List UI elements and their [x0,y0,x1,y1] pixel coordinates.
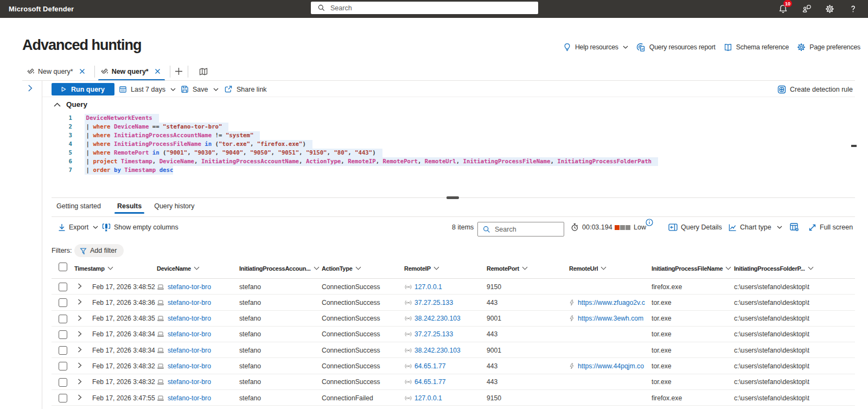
row-checkbox[interactable] [59,298,67,307]
remote-url-link[interactable]: https://www.zfuago2v.c [578,299,645,306]
remote-ip-link[interactable]: 38.242.230.103 [414,347,461,354]
column-header-3[interactable]: ActionType [322,260,361,279]
show-empty-columns-button[interactable]: Show empty columns [102,221,178,233]
code-line-5[interactable]: 5| where RemotePort in ("9001", "9030", … [0,149,868,157]
remote-ip-link[interactable]: 64.65.1.77 [414,378,446,386]
header-action-page-preferences[interactable]: Page preferences [797,43,860,52]
cell-remote-ip[interactable]: 37.27.25.133 [404,295,453,310]
remote-url-link[interactable]: https://www.3ewh.com [578,315,643,322]
column-header-2[interactable]: InitiatingProcessAccoun... [239,260,320,279]
cell-remote-ip[interactable]: 127.0.0.1 [404,279,442,295]
query-section-header[interactable]: Query [54,100,87,108]
cell-device-name[interactable]: stefano-tor-bro [157,279,211,295]
query-tab-1[interactable]: New query* [24,63,91,80]
close-tab-icon[interactable] [155,68,161,74]
row-checkbox[interactable] [59,378,67,387]
device-link[interactable]: stefano-tor-bro [168,347,211,354]
column-header-7[interactable]: InitiatingProcessFileName [652,260,731,279]
add-filter-button[interactable]: Add filter [74,244,124,257]
expand-row-chevron-icon[interactable] [78,310,82,326]
results-search-box[interactable]: Search [477,222,564,237]
device-link[interactable]: stefano-tor-bro [168,394,211,402]
device-link[interactable]: stefano-tor-bro [168,378,211,386]
usage-info-button[interactable] [646,219,653,226]
splitter-handle[interactable] [446,196,459,199]
cell-remote-ip[interactable]: 37.27.25.133 [404,327,453,342]
remote-ip-link[interactable]: 64.65.1.77 [414,362,446,370]
cell-device-name[interactable]: stefano-tor-bro [157,358,211,374]
code-line-1[interactable]: 1DeviceNetworkEvents [0,114,868,123]
cell-device-name[interactable]: stefano-tor-bro [157,390,211,406]
column-header-4[interactable]: RemoteIP [404,260,439,279]
expand-row-chevron-icon[interactable] [78,389,82,405]
code-line-7[interactable]: 7| order by Timestamp desc [0,166,868,175]
table-row-3[interactable]: Feb 17, 2026 3:48:35stefano-tor-brostefa… [0,311,868,327]
row-checkbox[interactable] [59,346,67,355]
run-query-button[interactable]: Run query [52,83,114,95]
header-action-query-resources-report[interactable]: Query resources report [636,43,716,52]
help-button[interactable] [841,0,865,18]
table-row-8[interactable]: Feb 17, 2026 3:47:55stefano-tor-brostefa… [0,390,868,406]
expand-row-chevron-icon[interactable] [78,294,82,310]
cell-device-name[interactable]: stefano-tor-bro [157,295,211,310]
table-row-6[interactable]: Feb 17, 2026 3:48:32stefano-tor-brostefa… [0,358,868,374]
cell-device-name[interactable]: stefano-tor-bro [157,374,211,390]
device-link[interactable]: stefano-tor-bro [168,299,211,306]
expand-row-chevron-icon[interactable] [78,326,82,342]
column-header-1[interactable]: DeviceName [157,260,200,279]
cell-remote-ip[interactable]: 64.65.1.77 [404,374,446,390]
customize-columns-button[interactable] [790,223,799,232]
cell-remote-ip[interactable]: 64.65.1.77 [404,358,446,374]
time-range-dropdown[interactable]: Last 7 days [119,83,176,95]
full-screen-button[interactable]: Full screen [808,221,853,233]
remote-ip-link[interactable]: 127.0.0.1 [414,394,442,402]
row-checkbox[interactable] [59,315,67,323]
header-action-schema-reference[interactable]: Schema reference [724,43,789,52]
row-checkbox[interactable] [59,330,67,339]
remote-ip-link[interactable]: 37.27.25.133 [414,299,453,306]
column-header-8[interactable]: InitiatingProcessFolderP... [734,260,814,279]
cell-device-name[interactable]: stefano-tor-bro [157,342,211,358]
chart-type-dropdown[interactable]: Chart type [728,221,782,233]
cell-remote-ip[interactable]: 127.0.0.1 [404,390,442,406]
device-link[interactable]: stefano-tor-bro [168,330,211,338]
feedback-button[interactable] [795,0,818,18]
global-search-box[interactable]: Search [311,2,538,14]
expand-row-chevron-icon[interactable] [78,357,82,373]
code-line-2[interactable]: 2| where DeviceName == "stefano-tor-bro" [0,123,868,131]
cell-device-name[interactable]: stefano-tor-bro [157,311,211,327]
table-row-4[interactable]: Feb 17, 2026 3:48:34stefano-tor-brostefa… [0,327,868,342]
expand-row-chevron-icon[interactable] [78,374,82,389]
device-link[interactable]: stefano-tor-bro [168,283,211,291]
code-line-4[interactable]: 4| where InitiatingProcessFileName in ("… [0,140,868,149]
expand-pane-button[interactable] [25,82,35,94]
save-dropdown[interactable]: Save [181,83,219,95]
table-row-2[interactable]: Feb 17, 2026 3:48:36stefano-tor-brostefa… [0,295,868,310]
cell-remote-url[interactable]: https://www.3ewh.com [569,311,643,327]
new-tab-button[interactable] [174,64,184,79]
cell-remote-url[interactable]: https://www.44pqjm.co [569,358,644,374]
expand-row-chevron-icon[interactable] [78,278,82,294]
cell-device-name[interactable]: stefano-tor-bro [157,327,211,342]
cell-remote-url[interactable]: https://www.zfuago2v.c [569,295,645,310]
results-tab-getting-started[interactable]: Getting started [56,202,101,214]
code-line-6[interactable]: 6| project Timestamp, DeviceName, Initia… [0,157,868,166]
column-header-6[interactable]: RemoteUrl [569,260,607,279]
row-checkbox[interactable] [59,394,67,402]
device-link[interactable]: stefano-tor-bro [168,362,211,370]
community-queries-button[interactable] [198,64,209,79]
code-line-3[interactable]: 3| where InitiatingProcessAccountName !=… [0,131,868,140]
results-tab-query-history[interactable]: Query history [154,202,194,214]
table-row-7[interactable]: Feb 17, 2026 3:48:32stefano-tor-brostefa… [0,374,868,390]
column-header-5[interactable]: RemotePort [487,260,528,279]
share-link-button[interactable]: Share link [224,83,267,95]
query-tab-2[interactable]: New query* [98,63,167,80]
remote-ip-link[interactable]: 127.0.0.1 [414,283,442,291]
table-row-1[interactable]: Feb 17, 2026 3:48:52stefano-tor-brostefa… [0,279,868,295]
query-details-button[interactable]: Query Details [668,221,722,233]
table-row-5[interactable]: Feb 17, 2026 3:48:34stefano-tor-brostefa… [0,342,868,358]
close-tab-icon[interactable] [79,68,85,74]
select-all-checkbox[interactable] [59,263,67,271]
cell-remote-ip[interactable]: 38.242.230.103 [404,342,461,358]
export-dropdown[interactable]: Export [58,221,98,233]
